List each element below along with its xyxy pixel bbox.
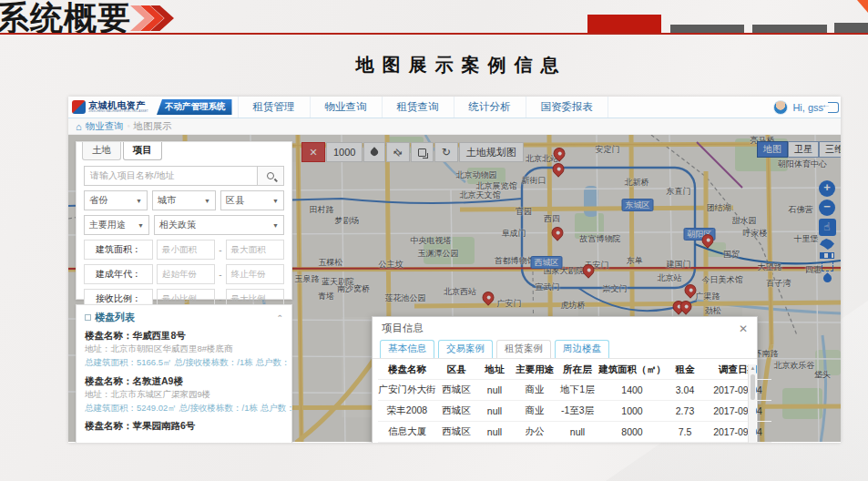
main-use-select[interactable]: 主要用途▼ [84,215,149,235]
map-place-label: 国贸 [723,249,740,261]
map-refresh-button[interactable]: ↻ [434,142,458,162]
map-mode-三维[interactable]: 三维 [819,141,841,158]
select-省份[interactable]: 省份▼ [84,190,148,210]
map-controls: + − ☝ [818,180,836,282]
distance-tool-button[interactable] [822,272,833,284]
select-区县[interactable]: 区县▼ [220,190,284,210]
china-overview-button[interactable] [820,239,834,250]
district-badge: 西城区 [531,256,563,269]
land-plan-button[interactable]: 土地规划图 [459,142,524,162]
policy-select[interactable]: 相关政策▼ [154,215,284,235]
nav-item-国资委报表[interactable]: 国资委报表 [526,97,609,118]
map-place-label: 虎坊桥 [561,300,586,312]
building-list-item[interactable]: 楼盘名称：苹果园南路6号 [85,418,283,433]
max-input[interactable]: 最大面积 [226,240,284,260]
popup-tab-基本信息[interactable]: 基本信息 [380,340,434,358]
table-row[interactable]: 荣丰2008西城区null商业-1至3层10002.732017-09-04 [378,401,771,422]
map-mode-卫星[interactable]: 卫星 [788,141,819,158]
tab-项目[interactable]: 项目 [123,142,162,160]
range-label: 建筑面积： [84,240,153,260]
rect-zoom-button[interactable] [822,261,833,271]
map-measure-tool-button[interactable]: ⇄ [386,142,409,162]
popup-tab-交易案例[interactable]: 交易案例 [438,340,493,358]
select-label: 区县 [226,194,244,207]
map-place-label: 故宫博物院 [580,233,621,245]
popup-tab-租赁案例[interactable]: 租赁案例 [496,340,551,358]
list-square-icon [85,314,91,321]
nav-item-租赁管理[interactable]: 租赁管理 [238,97,310,118]
avatar[interactable] [773,100,788,115]
cases-table: 楼盘名称区县地址主要用途所在层建筑面积（㎡）租金调查日期 广安门外大街西城区nu… [378,361,771,443]
table-scrollbar[interactable]: ▲ [748,364,756,443]
map-pin-tool-button[interactable] [363,142,385,162]
nav-item-租赁查询[interactable]: 租赁查询 [382,97,454,118]
table-cell: 信息大厦 [378,422,436,443]
map-view-switcher: 地图卫星三维 [757,141,841,158]
home-icon[interactable]: ⌂ [76,121,82,132]
table-row[interactable]: 广安门外大街西城区null商业地下1层14003.042017-09-04 [378,380,771,401]
building-stats: 总建筑面积：5166.5㎡ 总/接收楼栋数：/1栋 总户数： [85,356,283,370]
map-place-label: 劲松 [705,305,721,317]
map-place-label: 今日美术馆 [702,274,743,286]
map-mode-地图[interactable]: 地图 [757,141,788,158]
table-cell: 商业 [513,380,557,401]
zoom-out-button[interactable]: − [819,200,835,216]
map-close-button[interactable]: ✕ [301,142,325,162]
tab-土地[interactable]: 土地 [82,142,121,160]
breadcrumb-section[interactable]: 物业查询 [86,120,124,133]
map-toolbar: ✕ 1000 ⇄ ↻ 土地规划图 [301,142,524,162]
breadcrumb: ⌂ 物业查询 ◦ 地图展示 [68,118,841,135]
table-cell: -1至3层 [557,401,598,422]
map-place-label: 阜成门 [502,228,526,240]
min-input[interactable]: 起始年份 [157,264,215,284]
map-place-label: 北新桥 [625,177,649,189]
nav-item-物业查询[interactable]: 物业查询 [310,97,382,118]
table-cell: 2017-09-04 [704,380,771,401]
collapse-chevron-icon[interactable]: ⌃ [276,313,283,322]
scroll-up-arrow[interactable]: ▲ [749,364,757,373]
map-place-label: 西四 [544,213,560,225]
chevron-down-icon: ▼ [272,222,279,229]
app-header: 京城机电资产 JINGCHENG MACHINERY ELECTRIC ASSE… [68,97,841,118]
map-zoom-value[interactable]: 1000 [326,142,363,162]
popup-tab-周边楼盘[interactable]: 周边楼盘 [555,340,609,358]
nav-item-统计分析[interactable]: 统计分析 [454,97,526,118]
building-list-item[interactable]: 楼盘名称：华威西里8号地址：北京市朝阳区华威西里8#楼底商总建筑面积：5166.… [85,328,283,370]
building-name: 楼盘名称：华威西里8号 [85,328,283,343]
max-input[interactable]: 终止年份 [226,264,284,284]
table-header-cell: 地址 [476,361,513,380]
table-cell: 西城区 [436,380,476,401]
scrollbar-thumb[interactable] [751,374,755,400]
table-cell: 1400 [598,380,666,401]
building-stats: 总建筑面积：5249.02㎡ 总/接收楼栋数：/1栋 总户数： [85,402,283,415]
table-cell: 地下1层 [557,380,598,401]
range-dash: - [219,245,221,255]
map-place-label: 宣武门 [536,281,560,293]
select-label: 城市 [158,194,176,207]
pan-tool-button[interactable]: ☝ [819,219,836,236]
search-button[interactable] [257,166,284,186]
building-list-item[interactable]: 楼盘名称：名敦道A9楼地址：北京市东城区广渠家园9楼总建筑面积：5249.02㎡… [85,374,283,415]
min-input[interactable]: 最小面积 [157,240,215,260]
project-search-input[interactable]: 请输入项目名称/地址 [84,166,257,186]
popup-tabs: 基本信息交易案例租赁案例周边楼盘 [373,338,757,359]
table-cell: 广安门外大街 [378,380,436,401]
zoom-in-button[interactable]: + [819,180,835,197]
logout-icon[interactable] [828,102,839,113]
app-logo: 京城机电资产 JINGCHENG MACHINERY ELECTRIC ASSE… [68,97,238,118]
map-area-select-button[interactable] [411,142,434,162]
map-place-label: 建国门 [667,259,691,271]
table-row[interactable]: 信息大厦西城区null办公null80007.52017-09-04 [378,422,771,443]
select-城市[interactable]: 城市▼ [152,190,216,210]
map-place-label: 广渠路 [696,291,720,302]
brand-name: 京城机电资产 [88,101,155,110]
region-select-row: 省份▼城市▼区县▼ [84,190,284,210]
header-gray-block [834,23,868,33]
map-place-label: 青塔 [318,291,334,302]
scale-bar [820,252,834,259]
range-dash: - [219,270,221,280]
map-place-label: 安定门 [596,144,620,156]
slide: 系统概要 地图展示案例信息 京城机电资产 JINGCHENG MACHINERY… [0,0,868,481]
map-place-label: 朝阳体育中心 [778,159,827,170]
close-icon[interactable]: ✕ [739,322,748,335]
